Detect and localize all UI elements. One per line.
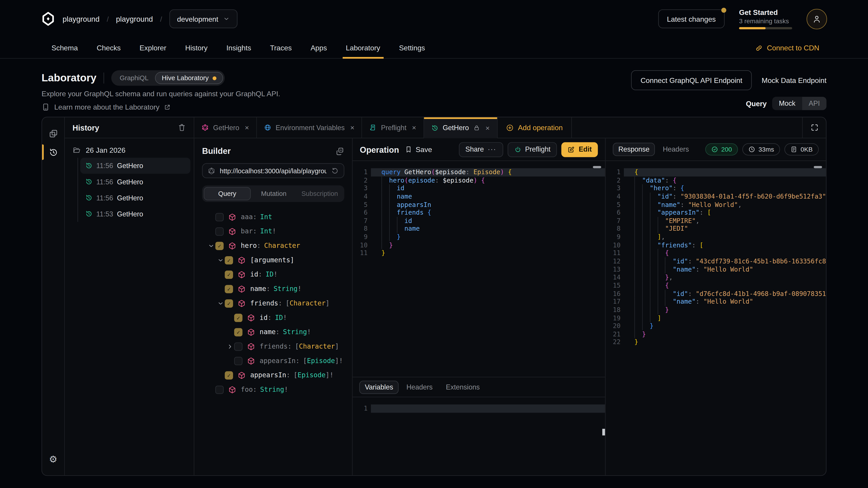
code-token: : (435, 176, 439, 184)
endpoint-url-input[interactable]: http://localhost:3000/api/lab/playground (202, 163, 344, 178)
chevron-down-icon[interactable] (206, 242, 215, 249)
history-item[interactable]: 11:53GetHero (80, 206, 190, 222)
field-checkbox[interactable]: ✓ (225, 270, 233, 279)
breadcrumb-org[interactable]: playground (63, 15, 100, 23)
lab-mode-hive-laboratory[interactable]: Hive Laboratory (155, 72, 223, 84)
field-type: ] (335, 343, 339, 350)
connect-graphql-endpoint-button[interactable]: Connect GraphQL API Endpoint (631, 70, 752, 90)
nav-item-settings[interactable]: Settings (399, 38, 425, 58)
nav-item-history[interactable]: History (185, 38, 208, 58)
get-started-widget[interactable]: Get Started 3 remaining tasks (739, 8, 792, 29)
code-token: } (381, 249, 385, 257)
nav-item-apps[interactable]: Apps (311, 38, 327, 58)
tab-gethero[interactable]: GetHero× (194, 117, 257, 138)
builder-tab-mutation[interactable]: Mutation (251, 187, 297, 200)
close-icon[interactable]: × (486, 124, 490, 132)
preflight-button[interactable]: Preflight (507, 142, 557, 157)
tab-label: GetHero (213, 124, 239, 131)
edit-button[interactable]: Edit (561, 142, 598, 157)
tree-field-aaa: aaa:Int (202, 210, 344, 224)
history-item[interactable]: 11:56GetHero (80, 190, 190, 206)
nav-item-traces[interactable]: Traces (270, 38, 291, 58)
response-tab-response[interactable]: Response (613, 143, 655, 156)
line-number: 17 (606, 298, 624, 306)
nav-item-insights[interactable]: Insights (226, 38, 251, 58)
indent-guide (634, 201, 642, 209)
mock-data-endpoint-button[interactable]: Mock Data Endpoint (762, 76, 827, 85)
trash-icon[interactable] (178, 123, 186, 132)
field-checkbox[interactable]: ✓ (225, 371, 233, 379)
chevron-down-icon[interactable] (216, 300, 225, 306)
code-token: } (397, 233, 401, 240)
builder-tab-query[interactable]: Query (204, 187, 251, 200)
field-checkbox[interactable]: ✓ (225, 299, 233, 307)
connect-to-cdn-link[interactable]: Connect to CDN (755, 38, 819, 58)
field-checkbox[interactable]: ✓ (215, 241, 224, 250)
tab-preflight[interactable]: Preflight× (362, 117, 424, 138)
target-select[interactable]: development (169, 9, 238, 28)
history-date-group[interactable]: 26 Jan 2026 (72, 146, 194, 155)
share-button[interactable]: Share ··· (459, 142, 503, 157)
query-editor[interactable]: 1234567891011query GetHero($episode: Epi… (352, 161, 605, 377)
query-mode-mock[interactable]: Mock (772, 97, 802, 110)
field-checkbox[interactable]: ✓ (234, 313, 243, 322)
scrollbar-thumb[interactable] (593, 166, 601, 168)
line-number: 8 (606, 225, 624, 233)
code-line: "name": "Hello World" (624, 265, 826, 273)
nav-item-laboratory[interactable]: Laboratory (346, 38, 380, 58)
settings-rail-button[interactable]: ⚙ (42, 450, 64, 468)
line-number: 15 (606, 282, 624, 290)
lab-mode-graphiql[interactable]: GraphiQL (113, 72, 155, 84)
variables-editor[interactable]: 1 (352, 397, 605, 475)
latest-changes-button[interactable]: Latest changes (658, 9, 724, 28)
close-icon[interactable]: × (350, 123, 354, 132)
nav-item-explorer[interactable]: Explorer (140, 38, 166, 58)
refresh-icon[interactable] (331, 167, 339, 174)
user-avatar[interactable] (807, 8, 827, 29)
response-tab-headers[interactable]: Headers (657, 143, 694, 156)
subtab-variables[interactable]: Variables (359, 381, 399, 394)
field-checkbox[interactable] (215, 385, 224, 394)
hive-logo-icon[interactable] (41, 11, 55, 26)
response-viewer[interactable]: 12345678910111213141516171819202122{"dat… (606, 161, 826, 475)
indent-guide (397, 217, 404, 225)
breadcrumb-project[interactable]: playground (116, 15, 153, 23)
field-checkbox[interactable] (215, 213, 224, 221)
field-checkbox[interactable] (234, 357, 243, 365)
history-item[interactable]: 11:56GetHero (80, 174, 190, 190)
type-cube-icon (247, 328, 255, 336)
field-type: [ (285, 299, 289, 307)
chevron-right-icon[interactable] (225, 344, 234, 350)
field-checkbox[interactable] (215, 227, 224, 235)
add-operation-button[interactable]: Add operation (498, 117, 572, 138)
tab-environment-variables[interactable]: Environment Variables× (257, 117, 362, 138)
chevron-down-icon[interactable] (216, 257, 225, 263)
history-rail-button[interactable] (42, 143, 64, 162)
code-token: "93038304-01a1-4f5f-b620-d6f9be512fa3" (680, 193, 826, 200)
subtab-headers[interactable]: Headers (401, 381, 438, 394)
learn-more-link[interactable]: Learn more about the Laboratory (41, 103, 280, 111)
nav-item-checks[interactable]: Checks (97, 38, 121, 58)
nav-item-schema[interactable]: Schema (52, 38, 78, 58)
indent-guide (657, 257, 665, 265)
history-item[interactable]: 11:56GetHero (80, 158, 190, 174)
field-checkbox[interactable]: ✓ (234, 328, 243, 336)
field-checkbox[interactable] (234, 342, 243, 351)
code-line: } (371, 241, 605, 249)
scrollbar-thumb[interactable] (814, 166, 822, 168)
field-checkbox[interactable]: ✓ (225, 256, 233, 264)
tab-gethero[interactable]: GetHero× (424, 117, 497, 138)
code-token: ( (431, 168, 435, 176)
subtab-extensions[interactable]: Extensions (440, 381, 485, 394)
close-icon[interactable]: × (412, 123, 416, 132)
query-mode-api[interactable]: API (802, 97, 827, 110)
close-icon[interactable]: × (245, 123, 249, 132)
scrollbar-thumb[interactable] (602, 429, 605, 435)
builder-tab-subscription[interactable]: Subscription (297, 187, 343, 200)
field-checkbox[interactable]: ✓ (225, 285, 233, 293)
save-button[interactable]: Save (405, 145, 432, 154)
collections-rail-button[interactable] (42, 124, 64, 143)
fullscreen-button[interactable] (802, 117, 826, 138)
collapse-panel-icon[interactable] (336, 147, 344, 155)
history-item-name: GetHero (117, 194, 143, 201)
